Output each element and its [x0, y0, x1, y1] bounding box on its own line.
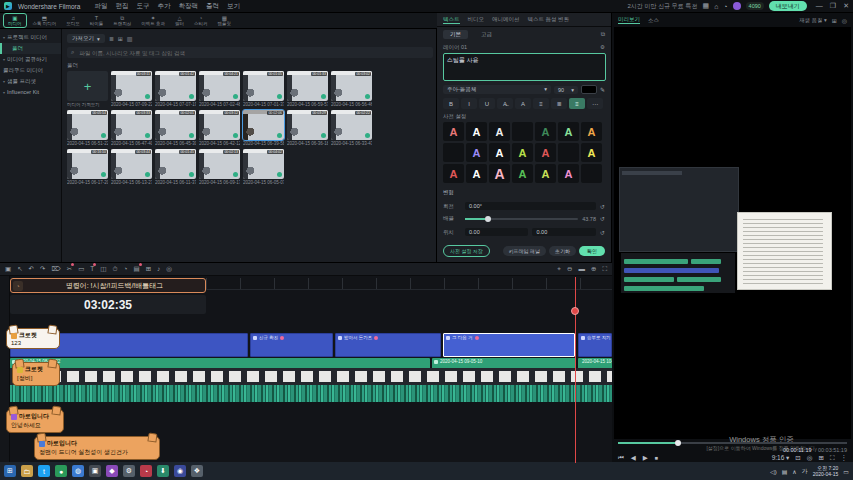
- text-input-area[interactable]: 스팀롤 사용: [443, 53, 606, 81]
- module-tab-4[interactable]: ⧉트랜지션: [109, 13, 135, 28]
- tray-icon-1[interactable]: ▤: [782, 468, 788, 475]
- text-preset-10[interactable]: A: [512, 143, 533, 162]
- more-icon[interactable]: ⋮: [841, 454, 848, 462]
- zoom-slider[interactable]: ▬: [578, 265, 585, 273]
- media-item[interactable]: 00:04:022020-04-15 06-05-07: [243, 149, 284, 185]
- redo-icon[interactable]: ↷: [40, 265, 45, 273]
- module-tab-8[interactable]: ▦템플릿: [214, 13, 236, 28]
- video-clip-0[interactable]: 2020-04-15 08-17-22: [10, 358, 430, 368]
- sidebar-item-1[interactable]: 폴더: [0, 43, 61, 54]
- format-button-1[interactable]: I: [461, 98, 477, 109]
- save-preset-button[interactable]: 사전 설정 저장: [443, 245, 490, 257]
- rotate-reset-icon[interactable]: ↺: [600, 203, 605, 210]
- title-clip-1[interactable]: 신규 확진: [250, 333, 333, 357]
- tab-1[interactable]: 비디오: [468, 16, 485, 23]
- media-item[interactable]: 00:01:452020-04-15 06-11-37: [155, 149, 196, 185]
- pointer-tool-icon[interactable]: ↖: [17, 265, 22, 273]
- text-preset-3[interactable]: A: [512, 122, 533, 141]
- preview-tab-0[interactable]: 미리보기: [618, 16, 640, 24]
- media-item[interactable]: 00:03:292020-04-15 06-36-18: [287, 110, 328, 146]
- snapshot-icon[interactable]: ◎: [166, 265, 172, 273]
- avatar[interactable]: [733, 2, 741, 10]
- quality-dropdown[interactable]: 재생 품질 ▾: [799, 17, 827, 24]
- fullscreen-icon[interactable]: ⛶: [830, 454, 835, 462]
- text-preset-7[interactable]: A: [443, 143, 464, 162]
- ratio-dropdown[interactable]: 9:16 ▾: [772, 454, 790, 462]
- text-preset-2[interactable]: A: [489, 122, 510, 141]
- media-item[interactable]: 00:03:022020-04-15 06-56-46: [331, 71, 372, 107]
- prev-frame-icon[interactable]: ⏮: [618, 454, 624, 462]
- menu-item-4[interactable]: 확장팩: [178, 2, 198, 11]
- media-item[interactable]: 00:04:212020-04-15 07-02-48: [199, 71, 240, 107]
- module-tab-7[interactable]: ◔스티커: [190, 13, 212, 28]
- media-item[interactable]: 00:01:332020-04-15 06-59-57: [287, 71, 328, 107]
- module-tab-2[interactable]: ♫오디오: [62, 13, 84, 28]
- media-item[interactable]: 00:02:222020-04-15 06-33-43: [331, 110, 372, 146]
- text-preset-16[interactable]: A: [489, 164, 510, 183]
- banner-title-clip[interactable]: ◔ 명령어: !시참/!피드백/!배틀태그: [10, 278, 206, 293]
- text-preset-20[interactable]: A: [581, 164, 602, 183]
- text-preset-9[interactable]: A: [489, 143, 510, 162]
- search-input[interactable]: [77, 49, 429, 57]
- menu-item-5[interactable]: 출력: [206, 2, 219, 11]
- position-reset-icon[interactable]: ↺: [600, 229, 605, 236]
- media-item[interactable]: 00:02:132020-04-15 06-09-17: [199, 149, 240, 185]
- video-clip-2[interactable]: 2020-04-15 10-45-23: [578, 358, 612, 368]
- text-preset-18[interactable]: A: [535, 164, 556, 183]
- tray-icon-0[interactable]: ∧: [792, 468, 796, 475]
- import-dropdown[interactable]: 가져오기 ▾: [67, 34, 105, 43]
- list-view-icon[interactable]: ≣: [109, 35, 114, 42]
- expand-icon[interactable]: ⛶: [602, 265, 607, 273]
- preview-seekbar[interactable]: [618, 442, 847, 444]
- audio-icon[interactable]: ♪: [157, 265, 160, 273]
- menu-item-1[interactable]: 편집: [115, 2, 128, 11]
- discord-icon[interactable]: ◉: [174, 465, 186, 477]
- module-tab-5[interactable]: ✦이펙트 효과: [137, 13, 169, 28]
- twitter-icon[interactable]: t: [38, 465, 50, 477]
- video-filmstrip[interactable]: [10, 368, 612, 385]
- subtab-1[interactable]: 고급: [474, 30, 499, 39]
- format-button-7[interactable]: ≡: [569, 98, 585, 109]
- font-size-select[interactable]: 90 ▾: [554, 86, 578, 94]
- media-item[interactable]: 00:01:422020-04-15 07-07-19: [155, 71, 196, 107]
- media-item[interactable]: 00:02:012020-04-15 06-45-30: [155, 110, 196, 146]
- download-app-icon[interactable]: ⬇: [157, 465, 169, 477]
- media-item[interactable]: 00:16:102020-04-15 06-17-20: [67, 149, 108, 185]
- subtab-0[interactable]: 기본: [443, 30, 468, 39]
- format-button-0[interactable]: B: [443, 98, 459, 109]
- media-item[interactable]: 00:02:062020-04-15 06-39-58: [243, 110, 284, 146]
- start-button[interactable]: ⊞: [4, 465, 16, 477]
- timer-text-clip[interactable]: 03:02:35: [10, 295, 206, 314]
- title-clip-3[interactable]: 그 다음 거: [443, 333, 575, 357]
- grid-icon[interactable]: ⊞: [146, 265, 151, 273]
- font-family-select[interactable]: 주아-돋움체 ▾: [443, 85, 551, 94]
- layer-options-icon[interactable]: ⚙: [600, 44, 605, 51]
- text-preset-11[interactable]: A: [535, 143, 556, 162]
- home-icon[interactable]: ⌂: [714, 3, 718, 10]
- marker-icon[interactable]: ⊞: [818, 454, 823, 462]
- render-icon[interactable]: ⊡: [795, 454, 800, 462]
- menu-item-3[interactable]: 추가: [157, 2, 170, 11]
- format-button-3[interactable]: A̶: [497, 98, 513, 109]
- clock[interactable]: 오전 7:20 2020-04-15: [813, 465, 839, 477]
- media-item[interactable]: 00:03:332020-04-15 06-47-40: [111, 110, 152, 146]
- export-button[interactable]: 내보내기: [769, 1, 807, 11]
- media-app-icon[interactable]: ◔: [140, 465, 152, 477]
- module-tab-6[interactable]: △필터: [171, 13, 188, 28]
- sort-icon[interactable]: ▥: [127, 35, 133, 42]
- keyframe-button[interactable]: 키프레임 패널: [503, 246, 546, 256]
- minimize-button[interactable]: —: [816, 2, 823, 10]
- layout-icon[interactable]: ▦: [703, 2, 710, 10]
- delete-icon[interactable]: ⌦: [52, 265, 61, 273]
- position-y-input[interactable]: 0.00: [532, 228, 595, 236]
- video-clip-1[interactable]: 2020-04-15 09-05-10: [432, 358, 576, 368]
- format-button-5[interactable]: ≡: [533, 98, 549, 109]
- zoom-out-icon[interactable]: ⊖: [567, 265, 572, 273]
- text-tool-icon[interactable]: T: [90, 265, 94, 273]
- ime-indicator[interactable]: 가: [802, 467, 808, 476]
- media-item[interactable]: 00:05:142020-04-15 06-51-22: [67, 110, 108, 146]
- eyedropper-icon[interactable]: ✎: [600, 86, 605, 93]
- sidebar-item-0[interactable]: ▾프로젝트 미디어: [0, 32, 61, 43]
- playhead-knob[interactable]: [571, 307, 579, 315]
- text-preset-12[interactable]: A: [558, 143, 579, 162]
